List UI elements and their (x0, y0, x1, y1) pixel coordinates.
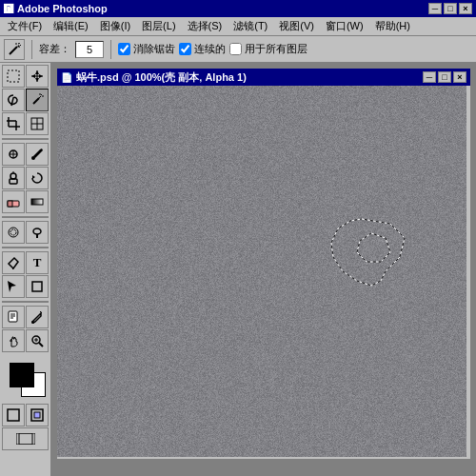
title-bar: 🅿 Adobe Photoshop ─ □ × (0, 0, 476, 17)
tool-sep-3 (2, 247, 49, 248)
tool-sep-1 (2, 138, 49, 140)
document-titlebar: 📄 蜗牛.psd @ 100%(壳 副本, Alpha 1) ─ □ × (57, 69, 470, 86)
tool-blur[interactable] (2, 221, 25, 244)
menu-edit[interactable]: 编辑(E) (48, 17, 94, 35)
tool-zoom[interactable] (26, 329, 49, 352)
svg-marker-32 (32, 175, 35, 179)
svg-line-14 (39, 96, 41, 98)
close-button[interactable]: × (459, 3, 472, 14)
tool-row-10 (2, 306, 49, 328)
svg-point-48 (31, 321, 34, 324)
toolbox: T (0, 63, 51, 476)
tool-history[interactable] (26, 167, 49, 189)
tool-sep-4 (2, 301, 49, 303)
svg-line-2 (18, 43, 20, 44)
title-controls: ─ □ × (428, 3, 472, 14)
tool-slice[interactable] (26, 112, 49, 135)
svg-line-3 (20, 45, 21, 46)
svg-rect-31 (10, 179, 17, 184)
tool-row-quick-mask (2, 404, 49, 426)
svg-line-40 (11, 268, 13, 269)
tool-pen[interactable] (2, 251, 25, 274)
tool-hand[interactable] (2, 329, 25, 352)
svg-rect-55 (8, 409, 19, 421)
tool-row-11 (2, 329, 49, 352)
tool-standard-mode[interactable] (2, 404, 25, 426)
toolbar-separator-1 (31, 40, 32, 59)
menu-help[interactable]: 帮助(H) (369, 17, 416, 35)
menu-view[interactable]: 视图(V) (273, 17, 320, 35)
tool-eraser[interactable] (2, 190, 25, 213)
svg-marker-41 (8, 281, 16, 292)
tool-row-9 (2, 275, 49, 298)
maximize-button[interactable]: □ (444, 3, 457, 14)
tolerance-group: 容差： (39, 41, 104, 58)
anti-alias-label: 消除锯齿 (133, 42, 175, 56)
toolbar: 容差： 消除锯齿 连续的 用于所有图层 (0, 36, 476, 63)
tool-quick-mask[interactable] (26, 404, 49, 426)
tool-path-select[interactable] (2, 275, 25, 298)
minimize-button[interactable]: ─ (428, 3, 442, 14)
menu-window[interactable]: 窗口(W) (320, 17, 369, 35)
canvas-area[interactable]: 📄 蜗牛.psd @ 100%(壳 副本, Alpha 1) ─ □ × (51, 63, 476, 476)
svg-rect-57 (34, 412, 40, 418)
anti-alias-checkbox[interactable] (118, 43, 130, 55)
doc-minimize-button[interactable]: ─ (423, 71, 436, 83)
contiguous-label: 连续的 (194, 42, 226, 56)
tool-marquee[interactable] (2, 65, 25, 88)
menu-bar: 文件(F) 编辑(E) 图像(I) 图层(L) 选择(S) 滤镜(T) 视图(V… (0, 17, 476, 36)
tool-shape[interactable] (26, 275, 49, 298)
tool-eyedropper[interactable] (26, 306, 49, 328)
contiguous-group: 连续的 (179, 42, 226, 56)
svg-line-12 (11, 102, 12, 106)
app-icon: 🅿 (4, 4, 13, 14)
tool-brush[interactable] (26, 143, 49, 166)
tool-move[interactable] (26, 65, 49, 88)
document-title-icon: 📄 (61, 72, 72, 83)
menu-layer[interactable]: 图层(L) (136, 17, 181, 35)
menu-filter[interactable]: 滤镜(T) (228, 17, 273, 35)
toolbar-separator-2 (110, 40, 111, 59)
tool-text[interactable]: T (26, 251, 49, 274)
svg-point-37 (10, 229, 16, 235)
svg-point-38 (33, 228, 41, 234)
canvas-wrapper (57, 86, 466, 457)
contiguous-checkbox[interactable] (179, 43, 191, 55)
tolerance-input[interactable] (75, 41, 104, 58)
tool-row-4 (2, 143, 49, 166)
tool-row-6 (2, 190, 49, 213)
tool-crop[interactable] (2, 112, 25, 135)
tool-heal[interactable] (2, 143, 25, 166)
menu-image[interactable]: 图像(I) (94, 17, 136, 35)
svg-rect-35 (31, 199, 43, 205)
svg-point-28 (31, 156, 35, 160)
tool-row-2 (2, 89, 49, 111)
tool-dodge[interactable] (26, 221, 49, 244)
tool-row-8: T (2, 251, 49, 274)
color-section (2, 355, 49, 403)
svg-line-0 (10, 47, 17, 54)
all-layers-checkbox[interactable] (229, 43, 242, 55)
foreground-color-box[interactable] (10, 363, 34, 387)
tool-row-1 (2, 65, 49, 88)
document-controls: ─ □ × (423, 71, 466, 83)
tool-notes[interactable] (2, 306, 25, 328)
all-layers-group: 用于所有图层 (229, 42, 307, 56)
app-title: Adobe Photoshop (17, 3, 108, 14)
tool-gradient[interactable] (26, 190, 49, 213)
menu-select[interactable]: 选择(S) (182, 17, 228, 35)
svg-rect-42 (32, 282, 42, 291)
tool-screen-mode[interactable] (2, 427, 49, 450)
tolerance-label: 容差： (39, 42, 70, 56)
tool-clone[interactable] (2, 167, 25, 189)
tool-lasso[interactable] (2, 89, 25, 111)
tool-row-7 (2, 221, 49, 244)
doc-maximize-button[interactable]: □ (438, 71, 451, 83)
menu-file[interactable]: 文件(F) (2, 17, 48, 35)
svg-line-15 (41, 94, 42, 95)
anti-alias-group: 消除锯齿 (118, 42, 175, 56)
svg-line-52 (39, 343, 43, 347)
tool-magic-wand[interactable] (26, 89, 49, 111)
doc-close-button[interactable]: × (453, 71, 466, 83)
image-canvas[interactable] (57, 86, 466, 457)
